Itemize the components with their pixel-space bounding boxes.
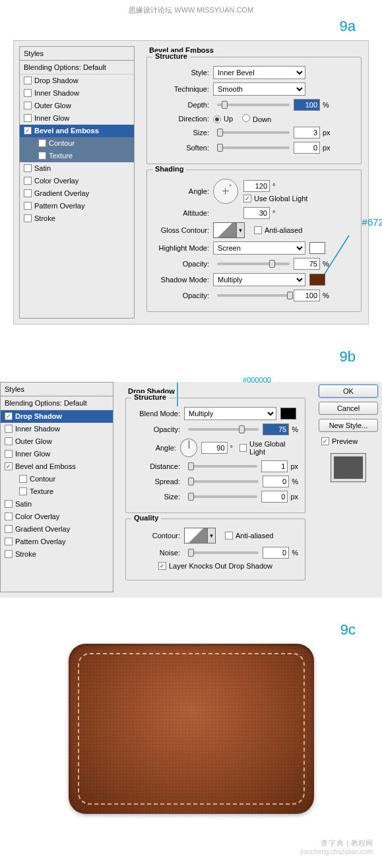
checkbox[interactable] [24,77,32,84]
gloss-contour-dropdown[interactable]: ▼ [237,222,245,238]
style-row-contour[interactable]: Contour [20,137,134,150]
sh-opacity-slider[interactable] [217,294,290,297]
use-global-light-check[interactable]: Use Global Light [239,440,298,456]
blending-options-row[interactable]: Blending Options: Default [1,396,113,410]
shadow-mode-dropdown[interactable]: Multiply [213,273,305,286]
angle-input[interactable] [201,442,228,454]
checkbox[interactable] [24,214,32,222]
checkbox[interactable] [24,164,32,172]
style-row-inner-shadow[interactable]: Inner Shadow [20,87,134,100]
checkbox [158,562,166,570]
style-row-satin[interactable]: Satin [1,498,113,511]
gloss-contour-swatch[interactable] [213,222,237,238]
style-row-color-overlay[interactable]: Color Overlay [20,175,134,187]
anti-aliased-check[interactable]: Anti-aliased [254,226,302,234]
angle-wheel[interactable] [213,179,238,204]
contour-swatch[interactable] [184,528,208,543]
style-row-texture[interactable]: Texture [20,150,134,162]
new-style-button[interactable]: New Style... [319,419,378,432]
distance-slider[interactable] [188,465,257,468]
checkbox[interactable] [5,425,13,433]
highlight-color-swatch[interactable] [309,242,325,254]
opacity-slider[interactable] [188,428,259,431]
style-row-stroke[interactable]: Stroke [20,212,134,225]
blend-mode-dropdown[interactable]: Multiply [184,407,276,420]
label: Anti-aliased [236,532,273,540]
angle-wheel[interactable] [180,439,197,457]
checkbox[interactable] [5,550,13,558]
style-row-gradient-overlay[interactable]: Gradient Overlay [20,187,134,200]
noise-slider[interactable] [188,551,259,554]
blending-options-row[interactable]: Blending Options: Default [20,61,134,75]
style-row-satin[interactable]: Satin [20,162,134,175]
size-input[interactable] [294,127,320,139]
layer-knocks-out-check[interactable]: Layer Knocks Out Drop Shadow [133,562,298,570]
cancel-button[interactable]: Cancel [319,402,378,415]
checkbox[interactable] [38,139,46,147]
use-global-light-check[interactable]: Use Global Light [243,195,307,202]
technique-dropdown[interactable]: Smooth [213,82,305,96]
soften-input[interactable] [294,142,320,154]
checkbox[interactable] [38,152,46,160]
angle-input[interactable] [243,180,270,192]
size-slider[interactable] [188,495,257,498]
shadow-color-swatch[interactable] [309,274,325,286]
preview-check[interactable]: Preview [319,436,378,447]
noise-input[interactable] [263,547,289,559]
highlight-mode-dropdown[interactable]: Screen [213,241,305,255]
anti-aliased-check[interactable]: Anti-aliased [225,532,273,540]
style-row-contour[interactable]: Contour [1,473,113,485]
style-row-color-overlay[interactable]: Color Overlay [1,511,113,523]
distance-input[interactable] [261,460,288,472]
checkbox[interactable] [5,500,13,508]
checkbox[interactable] [24,177,32,185]
style-row-inner-glow[interactable]: Inner Glow [20,112,134,125]
shadow-color-swatch[interactable] [280,408,296,419]
style-row-bevel-emboss[interactable]: Bevel and Emboss [1,460,113,473]
style-dropdown[interactable]: Inner Bevel [213,66,305,79]
size-slider[interactable] [217,131,290,134]
checkbox[interactable] [5,450,13,458]
soften-slider[interactable] [217,146,290,149]
direction-down-radio[interactable]: Down [242,114,271,123]
checkbox[interactable] [24,189,32,197]
checkbox[interactable] [5,538,13,545]
style-row-stroke[interactable]: Stroke [1,548,113,561]
checkbox[interactable] [24,202,32,210]
checkbox[interactable] [5,525,13,533]
size-input[interactable] [261,491,288,503]
checkbox[interactable] [24,89,32,97]
depth-input[interactable] [294,99,320,111]
style-row-inner-glow[interactable]: Inner Glow [1,448,113,460]
spread-slider[interactable] [188,480,259,483]
checkbox[interactable] [5,412,13,420]
checkbox[interactable] [24,102,32,109]
checkbox[interactable] [24,114,32,122]
style-row-drop-shadow[interactable]: Drop Shadow [20,75,134,87]
style-row-texture[interactable]: Texture [1,485,113,498]
checkbox[interactable] [5,512,13,520]
style-row-outer-glow[interactable]: Outer Glow [20,100,134,112]
sh-opacity-input[interactable] [294,290,320,301]
depth-slider[interactable] [217,104,290,106]
checkbox[interactable] [5,462,13,470]
style-row-drop-shadow[interactable]: Drop Shadow [1,410,113,423]
checkbox[interactable] [24,127,32,135]
opacity-input[interactable] [263,423,289,435]
direction-up-radio[interactable]: Up [213,115,233,123]
hl-opacity-input[interactable] [294,258,320,270]
style-row-gradient-overlay[interactable]: Gradient Overlay [1,523,113,536]
checkbox[interactable] [19,487,27,495]
checkbox[interactable] [5,437,13,445]
spread-input[interactable] [263,476,289,487]
style-row-pattern-overlay[interactable]: Pattern Overlay [20,200,134,212]
style-row-bevel-emboss[interactable]: Bevel and Emboss [20,125,134,137]
contour-dropdown[interactable]: ▼ [208,528,216,543]
hl-opacity-slider[interactable] [217,263,290,265]
style-row-inner-shadow[interactable]: Inner Shadow [1,423,113,435]
altitude-input[interactable] [243,207,270,219]
checkbox[interactable] [19,475,27,483]
style-row-pattern-overlay[interactable]: Pattern Overlay [1,536,113,548]
ok-button[interactable]: OK [319,385,378,398]
style-row-outer-glow[interactable]: Outer Glow [1,435,113,448]
